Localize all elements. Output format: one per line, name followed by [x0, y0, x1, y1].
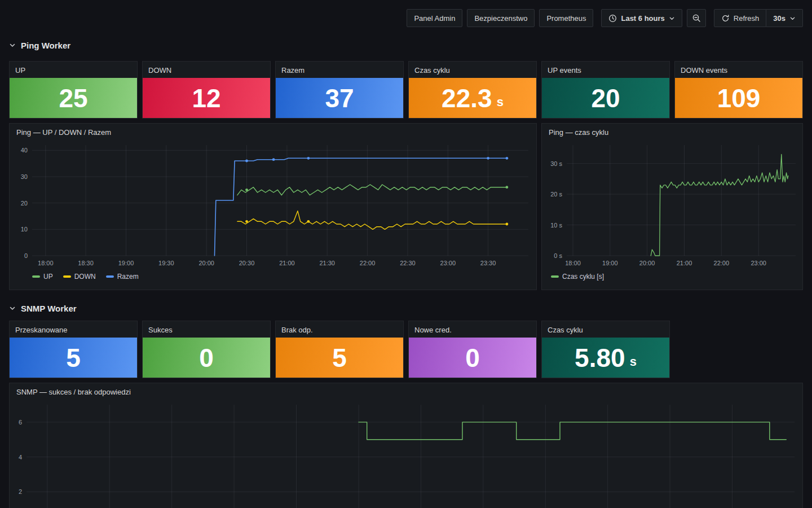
nav-button-panel-admin[interactable]: Panel Admin — [407, 9, 462, 27]
clock-icon — [608, 14, 617, 23]
panel-ping-cycle-chart: Ping — czas cyklu 0 s10 s20 s30 s18:0019… — [541, 123, 803, 290]
legend-label: Czas cyklu [s] — [562, 273, 604, 281]
stat-panel-czas-cyklu: Czas cyklu 22.3 s — [408, 61, 537, 119]
stat-value-area: 5.80 s — [542, 338, 669, 378]
refresh-button[interactable]: Refresh — [714, 9, 767, 27]
stat-value-area: 20 — [542, 78, 669, 118]
stat-value-area: 0 — [143, 338, 270, 378]
nav-button-prometheus[interactable]: Prometheus — [539, 9, 593, 27]
chevron-down-icon — [9, 305, 16, 312]
legend-item[interactable]: DOWN — [63, 273, 96, 281]
svg-text:19:00: 19:00 — [118, 260, 134, 266]
refresh-button-group: Refresh 30s — [714, 9, 803, 27]
ping-cycle-chart[interactable]: 0 s10 s20 s30 s18:0019:0020:0021:0022:00… — [542, 141, 802, 270]
svg-text:22:30: 22:30 — [400, 260, 416, 266]
legend-swatch — [63, 275, 71, 278]
snmp-chart[interactable]: 24618:0018:3019:0019:3020:0020:3021:0021… — [10, 400, 802, 508]
stat-panel-down: DOWN 12 — [142, 61, 271, 119]
refresh-label: Refresh — [734, 14, 760, 23]
svg-text:20: 20 — [21, 200, 28, 207]
stat-title: Czas cyklu — [542, 321, 669, 338]
svg-text:18:30: 18:30 — [78, 260, 94, 266]
stat-title: UP — [10, 62, 137, 78]
svg-text:18:00: 18:00 — [565, 260, 581, 266]
panel-title: Ping — czas cyklu — [542, 124, 802, 141]
svg-text:0 s: 0 s — [554, 252, 562, 259]
svg-text:20:00: 20:00 — [639, 260, 655, 266]
stat-unit: s — [497, 87, 504, 110]
stat-panel-razem: Razem 37 — [275, 61, 404, 119]
svg-text:0: 0 — [24, 252, 28, 259]
ping-stat-row: UP 25 DOWN 12 Razem 37 Czas cyklu 22.3 — [9, 61, 803, 119]
legend-label: Razem — [117, 273, 139, 281]
stat-panel-nowe-cred: Nowe cred. 0 — [408, 321, 537, 378]
svg-text:22:00: 22:00 — [360, 260, 376, 266]
legend-label: UP — [43, 273, 53, 281]
refresh-interval-dropdown[interactable]: 30s — [766, 9, 803, 27]
dashboard-content: Ping Worker UP 25 DOWN 12 Razem 37 Czas … — [0, 34, 812, 508]
legend-item[interactable]: Czas cyklu [s] — [551, 273, 604, 281]
svg-text:23:30: 23:30 — [480, 260, 496, 266]
svg-text:19:30: 19:30 — [158, 260, 174, 266]
svg-text:20:00: 20:00 — [198, 260, 214, 266]
stat-value-area: 12 — [143, 78, 270, 118]
time-range-label: Last 6 hours — [621, 14, 664, 23]
svg-text:21:30: 21:30 — [319, 260, 335, 266]
svg-text:20 s: 20 s — [550, 191, 562, 198]
stat-value: 5 — [66, 345, 81, 371]
svg-text:19:00: 19:00 — [602, 260, 618, 266]
svg-text:22:00: 22:00 — [714, 260, 730, 266]
snmp-stat-row: Przeskanowane 5 Sukces 0 Brak odp. 5 Now… — [9, 321, 803, 378]
legend-item[interactable]: Razem — [106, 273, 139, 281]
stat-title: DOWN — [143, 62, 270, 78]
time-range-picker[interactable]: Last 6 hours — [601, 9, 682, 27]
ping-updown-chart[interactable]: 01020304018:0018:3019:0019:3020:0020:302… — [10, 141, 536, 270]
stat-value: 37 — [325, 85, 354, 111]
stat-title: Razem — [276, 62, 403, 78]
stat-value-area: 25 — [10, 78, 137, 118]
legend-swatch — [106, 275, 114, 278]
nav-button-bezpieczenstwo[interactable]: Bezpieczenstwo — [467, 9, 535, 27]
svg-text:30: 30 — [21, 173, 28, 180]
section-header-snmp-worker[interactable]: SNMP Worker — [9, 297, 803, 319]
legend-item[interactable]: UP — [32, 273, 53, 281]
stat-value: 5 — [332, 345, 347, 371]
section-header-ping-worker[interactable]: Ping Worker — [9, 34, 803, 56]
chevron-down-icon — [669, 15, 675, 21]
chart-legend: UPDOWNRazem — [10, 270, 536, 285]
stat-panel-down-events: DOWN events 109 — [674, 61, 803, 119]
panel-snmp-chart: SNMP — sukces / brak odpowiedzi 24618:00… — [9, 383, 803, 508]
stat-value: 109 — [717, 85, 761, 111]
stat-title: Czas cyklu — [409, 62, 536, 78]
stat-value: 0 — [199, 345, 214, 371]
chart-legend: Czas cyklu [s] — [542, 270, 802, 285]
stat-value: 5.80 — [575, 345, 625, 371]
stat-unit: s — [630, 347, 637, 369]
chevron-down-icon — [9, 42, 16, 49]
stat-title: UP events — [542, 62, 669, 78]
stat-value: 25 — [59, 85, 87, 111]
svg-text:23:00: 23:00 — [440, 260, 456, 266]
stat-value: 12 — [192, 85, 220, 111]
svg-text:23:00: 23:00 — [751, 260, 766, 266]
stat-title: Brak odp. — [276, 321, 403, 338]
stat-value: 20 — [591, 85, 620, 111]
legend-swatch — [551, 275, 559, 278]
stat-panel-sukces: Sukces 0 — [142, 321, 271, 378]
stat-value: 22.3 — [442, 85, 492, 111]
ping-charts-row: Ping — UP / DOWN / Razem 01020304018:001… — [9, 123, 803, 290]
legend-swatch — [32, 275, 40, 278]
stat-panel-przeskanowane: Przeskanowane 5 — [9, 321, 138, 378]
stat-panel-up-events: UP events 20 — [541, 61, 670, 119]
stat-title: Sukces — [143, 321, 270, 338]
svg-text:20:30: 20:30 — [239, 260, 255, 266]
section-title: SNMP Worker — [21, 304, 77, 313]
zoom-out-icon — [692, 14, 701, 23]
stat-value-area: 37 — [276, 78, 403, 118]
stat-panel-up: UP 25 — [9, 61, 138, 119]
svg-text:4: 4 — [19, 454, 22, 461]
zoom-out-button[interactable] — [687, 9, 706, 27]
svg-text:30 s: 30 s — [550, 160, 562, 167]
svg-text:10 s: 10 s — [550, 222, 562, 229]
section-title: Ping Worker — [21, 41, 70, 50]
